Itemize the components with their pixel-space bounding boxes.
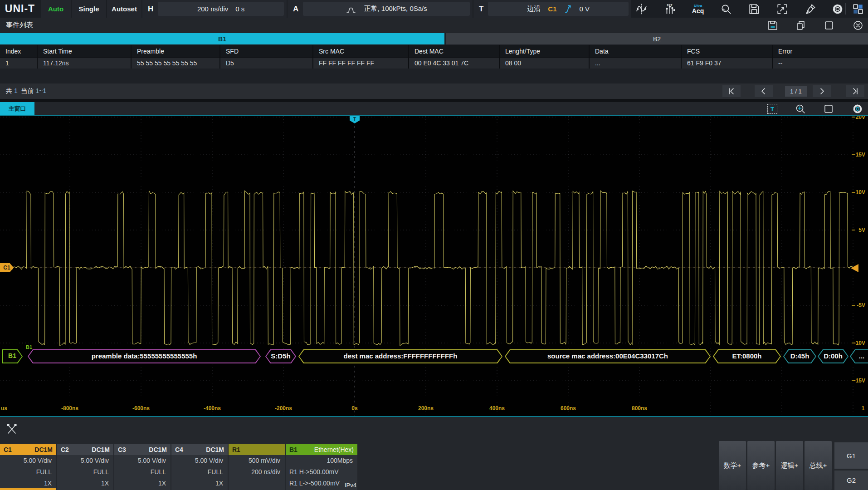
decode-segment: D:00h: [818, 349, 848, 363]
time-label: 600ns: [561, 405, 576, 412]
time-label: 1: [862, 405, 865, 412]
acquire-box[interactable]: 正常, 100kPts, 0Sa/s: [303, 2, 470, 16]
settings-icon[interactable]: [830, 2, 845, 16]
column-header: Start Time: [37, 45, 131, 57]
prev-page-icon[interactable]: [755, 85, 773, 97]
math-add-button[interactable]: 数学+: [719, 441, 746, 490]
event-list-titlebar: 事件列表: [0, 18, 868, 33]
channel-scale: 5.00 V/div: [114, 455, 171, 466]
layout-icon[interactable]: [851, 2, 865, 16]
channel-card-c2[interactable]: C2DC1M 5.00 V/div FULL 1X: [57, 444, 113, 490]
event-table: Index Start Time Preamble SFD Src MAC De…: [0, 45, 868, 69]
voltage-tick: [852, 192, 855, 193]
clear-icon[interactable]: [803, 2, 818, 16]
next-page-icon[interactable]: [813, 85, 831, 97]
logic-add-button[interactable]: 逻辑+: [776, 441, 803, 490]
waveform-plot[interactable]: T C1 20V15V10V5V-5V-10V-15V us-800ns-600…: [0, 116, 868, 416]
horizontal-offset-value: 0 s: [235, 5, 244, 13]
screenshot-icon[interactable]: [775, 2, 790, 16]
reference-id: R1: [232, 446, 240, 453]
decode-segment: ET:0800h: [713, 349, 781, 363]
time-label: -600ns: [132, 405, 150, 412]
g1-button[interactable]: G1: [834, 442, 868, 469]
tab-main-window[interactable]: 主窗口: [0, 102, 34, 115]
voltage-tick: [852, 343, 855, 343]
channel-id: C1: [4, 446, 12, 453]
single-button[interactable]: Single: [72, 0, 106, 18]
column-header: Src MAC: [312, 45, 408, 57]
acq-label: Acq: [692, 8, 704, 14]
fft-icon[interactable]: FFT: [663, 2, 677, 16]
event-list-panel: 事件列表 B1 B2 Index Start Time Preamble: [0, 18, 868, 99]
trigger-source: C1: [548, 5, 556, 13]
c1-waveform-trace: [0, 116, 868, 416]
channel-bandwidth: FULL: [114, 466, 171, 478]
rising-edge-icon: [564, 4, 572, 14]
c1-zero-level-line: [0, 268, 853, 268]
time-label: 0s: [351, 405, 357, 412]
cell-start-time: 117.12ns: [37, 58, 131, 69]
trigger-box[interactable]: 边沿 C1 0 V: [488, 2, 629, 16]
channel-coupling: DC1M: [149, 446, 167, 453]
zoom-in-icon[interactable]: [795, 103, 806, 115]
decode-segment-label: ET:0800h: [713, 349, 781, 363]
cursor-measure-icon[interactable]: [634, 2, 649, 16]
trigger-level-marker[interactable]: [851, 264, 858, 272]
channel-coupling: DC1M: [34, 446, 53, 453]
bus-b1-tag[interactable]: B1: [2, 349, 23, 363]
column-header: SFD: [219, 45, 312, 57]
trigger-level-value: 0 V: [580, 5, 590, 13]
bus-card-b1[interactable]: B1Ethernet(Hex) 100Mbps R1 H->500.00mV R…: [286, 444, 357, 490]
decode-segment-label: dest mac address:FFFFFFFFFFFFh: [298, 349, 502, 363]
channel-card-c1[interactable]: C1DC1M 5.00 V/div FULL 1X: [0, 444, 56, 490]
tab-b2[interactable]: B2: [446, 33, 868, 44]
channel-scale: 5.00 V/div: [57, 455, 113, 466]
ultra-acq-icon[interactable]: UltraAcq: [691, 2, 705, 16]
bus-add-button[interactable]: 总线+: [805, 441, 832, 490]
export-save-icon[interactable]: [766, 19, 779, 32]
time-label: 800ns: [632, 405, 647, 412]
channel-probe: 1X: [171, 478, 228, 489]
trigger-label-icon[interactable]: T: [766, 103, 778, 115]
last-page-icon[interactable]: [846, 85, 864, 97]
column-header: Dest MAC: [408, 45, 499, 57]
bus-b1-mini-label: B1: [26, 344, 32, 350]
voltage-tick: [852, 117, 855, 118]
run-mode-button[interactable]: Auto: [41, 0, 71, 18]
channel-id: C2: [61, 446, 69, 453]
maximize-window-icon[interactable]: [823, 103, 834, 115]
maximize-window-icon[interactable]: [823, 19, 835, 32]
reference-card-r1[interactable]: R1 500 mV/div 200 ns/div: [229, 444, 285, 490]
copy-icon[interactable]: [795, 19, 807, 32]
tab-b1[interactable]: B1: [0, 33, 444, 44]
save-icon[interactable]: [747, 2, 761, 16]
column-header: Lenght/Type: [499, 45, 589, 57]
channel-bandwidth: FULL: [171, 466, 228, 478]
reference-add-button[interactable]: 参考+: [747, 441, 775, 490]
column-header: FCS: [681, 45, 772, 57]
page-indicator: 1 / 1: [785, 86, 807, 97]
close-icon[interactable]: [852, 19, 864, 32]
autoset-button[interactable]: Autoset: [107, 0, 141, 18]
event-count-summary: 共 1 当前 1~1: [6, 87, 46, 95]
horizontal-label: H: [148, 5, 153, 14]
search-icon[interactable]: [719, 2, 733, 16]
decode-segment-label: D:00h: [818, 349, 848, 363]
channel-bandwidth: FULL: [0, 466, 56, 478]
timebase-box[interactable]: 200 ns/div 0 s: [158, 2, 284, 16]
acquire-label: A: [293, 5, 298, 14]
first-page-icon[interactable]: [722, 85, 741, 97]
voltage-label: -10V: [854, 340, 865, 346]
table-row[interactable]: 1 117.12ns 55 55 55 55 55 55 55 D5 FF FF…: [0, 57, 868, 69]
event-list-title: 事件列表: [6, 21, 33, 29]
decode-segment: ...: [850, 349, 868, 363]
settings-icon[interactable]: [852, 103, 863, 115]
selected-channel-indicator: [0, 488, 56, 490]
acquire-status: 正常, 100kPts, 0Sa/s: [364, 5, 427, 13]
voltage-label: 15V: [856, 152, 865, 158]
g2-button[interactable]: G2: [834, 470, 868, 490]
decode-segment: preamble data:55555555555555h: [28, 349, 261, 363]
channel-card-c3[interactable]: C3DC1M 5.00 V/div FULL 1X: [114, 444, 171, 490]
channel-card-c4[interactable]: C4DC1M 5.00 V/div FULL 1X: [171, 444, 228, 490]
annotate-pencil-icon[interactable]: [5, 422, 18, 436]
